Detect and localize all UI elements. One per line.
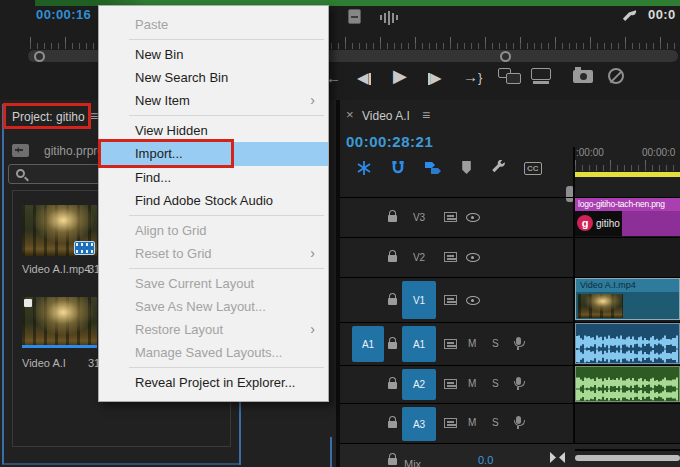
list-item-video[interactable] — [22, 205, 97, 256]
drag-to-monitors-icon[interactable] — [498, 68, 526, 88]
track-target-v2[interactable]: V2 — [402, 242, 436, 273]
lock-icon[interactable] — [388, 421, 397, 428]
track-target-v3[interactable]: V3 — [402, 202, 436, 233]
png-thumbnail: g gitiho — [575, 211, 622, 236]
menu-item-new-bin[interactable]: New Bin — [99, 43, 328, 66]
drag-video-only-icon[interactable] — [348, 9, 361, 24]
linked-selection-icon[interactable] — [424, 160, 442, 176]
project-root-name[interactable]: gitiho.prpro — [44, 144, 104, 158]
source-patch-a1[interactable]: A1 — [352, 326, 384, 362]
wrench-icon[interactable] — [620, 8, 638, 25]
snap-magnet-icon[interactable] — [390, 160, 406, 176]
play-button[interactable]: ▶ — [393, 67, 407, 85]
clip-audio-a2[interactable] — [575, 366, 680, 402]
clip-audio-a1[interactable] — [575, 323, 680, 364]
menu-item-find-adobe-stock-audio[interactable]: Find Adobe Stock Audio — [99, 189, 328, 212]
sequence-badge-icon — [24, 299, 32, 307]
timeline-tab[interactable]: Video A.I — [362, 109, 410, 123]
timeline-hscrollbar[interactable] — [575, 455, 680, 461]
menu-item-new-search-bin[interactable]: New Search Bin — [99, 66, 328, 89]
go-to-out-button[interactable]: →} — [463, 68, 482, 87]
lock-icon[interactable] — [388, 298, 397, 305]
add-marker-icon[interactable] — [460, 160, 473, 175]
clip-name[interactable]: Video A.I.mp4 — [22, 263, 90, 275]
mute-button[interactable]: M — [468, 417, 476, 428]
menu-item-align-to-grid[interactable]: Align to Grid — [99, 219, 328, 242]
fit-timeline-icon[interactable] — [550, 452, 565, 463]
sync-lock-icon[interactable] — [444, 379, 457, 389]
track-target-a1[interactable]: A1 — [402, 326, 436, 362]
lane-bottom-line — [575, 449, 680, 451]
track-row-v2[interactable]: V2 — [340, 237, 680, 277]
sequence-name[interactable]: Video A.I — [22, 357, 66, 369]
track-target-v1[interactable]: V1 — [402, 281, 436, 319]
timeline-panel-menu-icon[interactable]: ≡ — [422, 107, 430, 123]
toggle-track-output-eye-icon[interactable] — [466, 213, 480, 222]
voiceover-mic-icon[interactable] — [516, 377, 521, 385]
timeline-timecode[interactable]: 00:00:28:21 — [346, 133, 433, 150]
close-icon[interactable]: × — [346, 107, 354, 122]
toggle-track-output-eye-icon[interactable] — [466, 253, 480, 262]
waveform — [576, 377, 679, 389]
mix-label: Mix — [404, 458, 421, 467]
list-item-sequence[interactable] — [22, 297, 97, 348]
voiceover-mic-icon[interactable] — [516, 416, 521, 424]
lock-icon[interactable] — [388, 382, 397, 389]
step-back-button[interactable]: ◀ — [357, 69, 371, 87]
ruler-label: :00:00 — [576, 147, 604, 158]
export-frame-camera-icon[interactable] — [573, 70, 593, 83]
lock-icon[interactable] — [388, 342, 397, 349]
submenu-arrow-icon: › — [310, 318, 315, 341]
playhead-handle-left[interactable] — [34, 51, 45, 62]
mute-button[interactable]: M — [468, 338, 476, 349]
drag-audio-only-icon[interactable] — [380, 10, 398, 25]
project-root-bin-icon[interactable] — [12, 144, 29, 157]
menu-item-new-item[interactable]: New Item› — [99, 89, 328, 112]
lock-icon[interactable] — [388, 215, 397, 222]
clip-logo-png[interactable]: logo-gitiho-tach-nen.png g gitiho — [575, 198, 680, 236]
playhead-handle-right[interactable] — [500, 51, 511, 62]
menu-item-restore-layout[interactable]: Restore Layout› — [99, 318, 328, 341]
solo-button[interactable]: S — [492, 378, 499, 389]
premiere-pro-window: 00:00:16 00:0 ← ◀ ▶ ▶ →} Project: gitiho… — [0, 0, 680, 467]
sequence-thumbnail — [22, 297, 97, 348]
solo-button[interactable]: S — [492, 338, 499, 349]
solo-button[interactable]: S — [492, 417, 499, 428]
sync-lock-icon[interactable] — [444, 418, 457, 428]
menu-item-save-as-new-layout[interactable]: Save As New Layout... — [99, 295, 328, 318]
menu-item-manage-saved-layouts[interactable]: Manage Saved Layouts... — [99, 341, 328, 364]
lock-icon[interactable] — [388, 458, 397, 465]
menu-item-reveal-project-in-explorer[interactable]: Reveal Project in Explorer... — [99, 371, 328, 394]
step-forward-button[interactable]: ▶ — [428, 69, 442, 87]
sync-lock-icon[interactable] — [444, 252, 457, 262]
menu-item-reset-to-grid[interactable]: Reset to Grid› — [99, 242, 328, 265]
sync-lock-icon[interactable] — [444, 212, 457, 222]
global-fx-mute-icon[interactable] — [608, 68, 624, 84]
menu-separator — [129, 115, 324, 116]
export-monitor-icon[interactable] — [531, 68, 557, 88]
clip-label: logo-gitiho-tach-nen.png — [575, 198, 680, 211]
ruler-label: 00:00:0 — [642, 147, 675, 158]
sync-lock-icon[interactable] — [444, 339, 457, 349]
lock-icon[interactable] — [388, 255, 397, 262]
panel-menu-icon[interactable]: ≡ — [90, 108, 98, 124]
menu-item-save-current-layout[interactable]: Save Current Layout — [99, 272, 328, 295]
track-target-a2[interactable]: A2 — [402, 369, 436, 400]
voiceover-mic-icon[interactable] — [516, 337, 521, 345]
toggle-track-output-eye-icon[interactable] — [466, 296, 480, 305]
work-area-bar[interactable] — [575, 172, 680, 177]
timeline-settings-wrench-icon[interactable] — [490, 160, 506, 176]
menu-separator — [129, 268, 324, 269]
menu-item-paste[interactable]: Paste — [99, 13, 328, 36]
nest-toggle-icon[interactable] — [356, 160, 372, 176]
context-menu: Paste New Bin New Search Bin New Item› V… — [98, 5, 329, 402]
track-target-a3[interactable]: A3 — [402, 407, 436, 441]
menu-item-find[interactable]: Find... — [99, 166, 328, 189]
mix-level-value[interactable]: 0.0 — [478, 454, 493, 466]
timeline-ruler[interactable] — [575, 160, 680, 171]
sync-lock-icon[interactable] — [444, 295, 457, 305]
captions-cc-icon[interactable]: CC — [524, 162, 542, 175]
track-row-a3[interactable]: A3 M S — [340, 403, 680, 443]
clip-video-v1[interactable]: Video A.I.mp4 — [575, 278, 680, 320]
mute-button[interactable]: M — [468, 378, 476, 389]
